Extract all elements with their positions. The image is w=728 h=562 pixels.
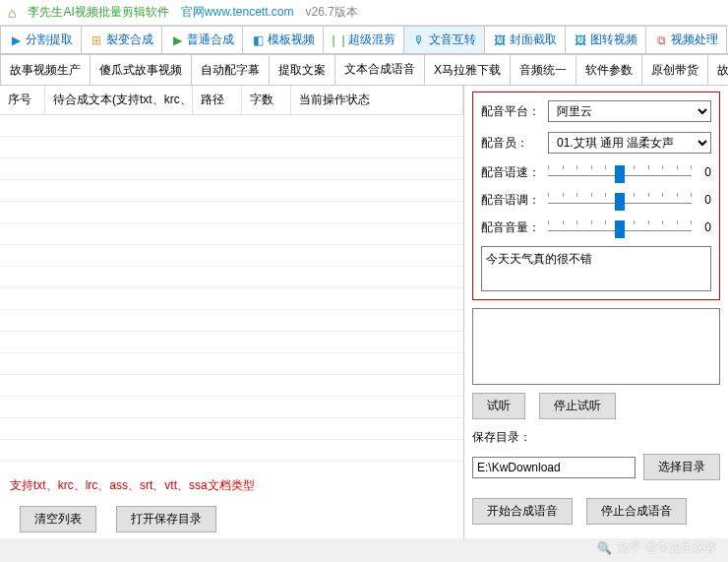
- voice-label: 配音员：: [481, 135, 542, 152]
- col-index[interactable]: 序号: [0, 86, 45, 114]
- table-row[interactable]: [0, 158, 463, 180]
- sub-tab-5[interactable]: X马拉雅下载: [424, 54, 511, 85]
- speed-slider[interactable]: [548, 163, 692, 181]
- table-body[interactable]: [0, 115, 463, 471]
- col-text[interactable]: 待合成文本(支持txt、krc、...: [45, 86, 193, 114]
- tab-icon: ⧉: [654, 33, 668, 47]
- table-row[interactable]: [0, 397, 463, 418]
- tab-icon: ❘❘: [332, 33, 345, 47]
- table-row[interactable]: [0, 310, 463, 332]
- tab-label: 封面截取: [510, 31, 557, 48]
- preview-button[interactable]: 试听: [472, 393, 525, 419]
- tab-label: 视频处理: [671, 31, 718, 48]
- table-row[interactable]: [0, 267, 463, 288]
- sub-tab-6[interactable]: 音频统一: [510, 54, 576, 85]
- voice-select[interactable]: 01.艾琪 通用 温柔女声: [548, 132, 711, 154]
- version-label: v26.7版本: [306, 4, 358, 21]
- stop-synthesis-button[interactable]: 停止合成语音: [586, 498, 687, 525]
- open-save-dir-button[interactable]: 打开保存目录: [116, 506, 216, 532]
- speed-label: 配音语速：: [481, 164, 542, 181]
- table-row[interactable]: [0, 202, 463, 223]
- table-row[interactable]: [0, 418, 463, 440]
- sub-tab-0[interactable]: 故事视频生产: [0, 54, 91, 85]
- sub-tab-3[interactable]: 提取文案: [269, 54, 335, 85]
- top-tab-5[interactable]: 🎙文音互转: [403, 26, 485, 53]
- pitch-slider[interactable]: [548, 191, 692, 209]
- start-synthesis-button[interactable]: 开始合成语音: [472, 498, 573, 525]
- sub-tab-label: X马拉雅下载: [434, 62, 501, 79]
- sub-tab-label: 音频统一: [519, 62, 567, 79]
- top-tab-7[interactable]: 🖼图转视频: [565, 26, 646, 53]
- sub-tab-label: 傻瓜式故事视频: [99, 62, 182, 79]
- table-row[interactable]: [0, 288, 463, 310]
- table-row[interactable]: [0, 353, 463, 375]
- col-status[interactable]: 当前操作状态: [291, 86, 463, 114]
- text-input[interactable]: [481, 246, 711, 291]
- top-tab-8[interactable]: ⧉视频处理: [645, 26, 727, 53]
- clear-list-button[interactable]: 清空列表: [20, 506, 96, 532]
- top-tab-4[interactable]: ❘❘超级混剪: [323, 26, 404, 53]
- table-row[interactable]: [0, 440, 463, 462]
- app-title: 李先生AI视频批量剪辑软件: [28, 4, 168, 21]
- tab-label: 超级混剪: [348, 31, 395, 48]
- top-tab-6[interactable]: 🖼封面截取: [484, 26, 566, 53]
- right-panel: 配音平台： 阿里云 配音员： 01.艾琪 通用 温柔女声 配音语速： 0 配音语…: [464, 86, 728, 538]
- sub-tab-1[interactable]: 傻瓜式故事视频: [90, 54, 192, 85]
- table-row[interactable]: [0, 180, 463, 202]
- speed-value: 0: [698, 165, 711, 179]
- browse-button[interactable]: 选择目录: [643, 454, 720, 480]
- pitch-value: 0: [698, 193, 711, 207]
- file-type-hint: 支持txt、krc、lrc、ass、srt、vtt、ssa文档类型: [0, 471, 463, 500]
- table-row[interactable]: [0, 245, 463, 267]
- tab-label: 裂变合成: [106, 31, 153, 48]
- platform-select[interactable]: 阿里云: [548, 100, 711, 122]
- sub-tab-label: 软件参数: [585, 62, 633, 79]
- watermark: 🔍 知乎 @李先生获客: [597, 539, 716, 556]
- sub-tab-8[interactable]: 原创带货: [641, 54, 708, 85]
- table-row[interactable]: [0, 332, 463, 353]
- sub-tab-label: 原创带货: [651, 62, 698, 79]
- top-tab-2[interactable]: ▶普通合成: [161, 26, 243, 53]
- top-tab-0[interactable]: ▶分割提取: [0, 26, 82, 53]
- sub-tab-label: 文本合成语音: [344, 61, 415, 78]
- tab-icon: ▶: [9, 33, 23, 47]
- table-row[interactable]: [0, 137, 463, 158]
- volume-slider[interactable]: [548, 219, 692, 236]
- sub-tab-label: 提取文案: [278, 62, 326, 79]
- col-count[interactable]: 字数: [242, 86, 291, 114]
- pitch-label: 配音语调：: [481, 192, 542, 209]
- volume-value: 0: [698, 220, 711, 234]
- left-panel: 序号 待合成文本(支持txt、krc、... 路径 字数 当前操作状态 支持tx…: [0, 86, 464, 538]
- home-icon: ⌂: [8, 5, 16, 21]
- table-header: 序号 待合成文本(支持txt、krc、... 路径 字数 当前操作状态: [0, 86, 463, 115]
- sub-tab-label: 故事视频: [717, 62, 728, 79]
- top-tab-1[interactable]: ⊞裂变合成: [81, 26, 162, 53]
- save-dir-label: 保存目录：: [472, 429, 720, 446]
- zhihu-icon: 🔍: [597, 541, 612, 555]
- tab-icon: 🎙: [412, 33, 426, 47]
- tab-label: 分割提取: [26, 31, 73, 48]
- sub-tab-9[interactable]: 故事视频: [707, 54, 728, 85]
- volume-label: 配音音量：: [481, 219, 542, 236]
- output-preview-box: [472, 308, 720, 385]
- tab-label: 模板视频: [268, 31, 315, 48]
- top-tab-3[interactable]: ◧模板视频: [242, 26, 324, 53]
- table-row[interactable]: [0, 375, 463, 397]
- sub-tab-7[interactable]: 软件参数: [576, 54, 642, 85]
- tab-icon: 🖼: [493, 33, 507, 47]
- voice-settings-box: 配音平台： 阿里云 配音员： 01.艾琪 通用 温柔女声 配音语速： 0 配音语…: [472, 92, 720, 300]
- table-row[interactable]: [0, 462, 463, 471]
- sub-tab-label: 自动配字幕: [201, 62, 260, 79]
- site-label: 官网www.tencett.com: [181, 4, 294, 21]
- table-row[interactable]: [0, 115, 463, 137]
- sub-tab-4[interactable]: 文本合成语音: [334, 54, 425, 85]
- table-row[interactable]: [0, 223, 463, 245]
- top-tab-row: ▶分割提取⊞裂变合成▶普通合成◧模板视频❘❘超级混剪🎙文音互转🖼封面截取🖼图转视…: [0, 26, 728, 54]
- save-path-input[interactable]: [472, 457, 636, 478]
- sub-tab-2[interactable]: 自动配字幕: [191, 54, 270, 85]
- stop-preview-button[interactable]: 停止试听: [539, 393, 616, 419]
- sub-tab-label: 故事视频生产: [10, 62, 81, 79]
- tab-label: 普通合成: [187, 31, 234, 48]
- tab-icon: ▶: [170, 33, 184, 47]
- col-path[interactable]: 路径: [193, 86, 242, 114]
